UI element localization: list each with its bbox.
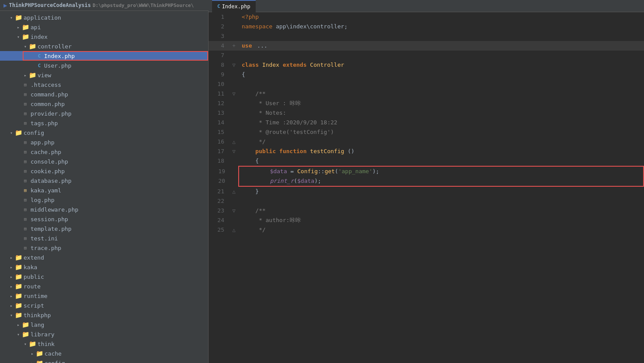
sidebar-item-database-php[interactable]: ⊞ database.php [0, 176, 208, 185]
fold-11[interactable]: ▽ [232, 89, 235, 99]
sidebar-item-runtime[interactable]: 📁 runtime [0, 291, 208, 301]
arrow-htaccess [16, 82, 21, 87]
arrow-think [23, 341, 28, 346]
arrow-view [23, 72, 28, 78]
php-icon-user: C [36, 62, 43, 69]
line-num-24: 24 [209, 216, 230, 225]
sidebar-item-log-php[interactable]: ⊞ log.php [0, 195, 208, 205]
sidebar-item-command[interactable]: ⊞ command.php [0, 89, 208, 99]
code-1: <?php [238, 12, 644, 22]
sidebar-item-htaccess[interactable]: ⊞ .htaccess [0, 80, 208, 89]
sidebar-item-common[interactable]: ⊞ common.php [0, 99, 208, 109]
project-path: D:\phpstudy_pro\WWW\ThinkPHPSource\ [92, 3, 194, 8]
arrow-config-folder [30, 360, 35, 363]
arrow-controller [23, 44, 28, 49]
sidebar-item-view[interactable]: 📁 view [0, 70, 208, 80]
folder-icon-thinkphp: 📁 [15, 312, 22, 318]
sidebar-item-route[interactable]: 📁 route [0, 281, 208, 291]
line-num-13: 13 [209, 108, 230, 118]
folder-icon-controller: 📁 [29, 43, 36, 50]
label-command: command.php [31, 91, 68, 98]
sidebar-item-controller[interactable]: 📁 controller [0, 41, 208, 51]
sidebar-item-thinkphp[interactable]: 📁 thinkphp [0, 310, 208, 320]
php-icon-trace: ⊞ [22, 244, 29, 251]
arrow-application [9, 15, 14, 20]
arrow-console-php [16, 159, 21, 164]
editor-tab-bar: C Index.php [209, 0, 644, 12]
code-line-25: 25 △ */ [209, 225, 644, 235]
sidebar-item-cache-folder[interactable]: 📁 cache [0, 349, 208, 358]
code-line-23: 23 ▽ /** [209, 206, 644, 216]
sidebar-item-kaka[interactable]: 📁 kaka [0, 262, 208, 272]
fold-16[interactable]: △ [232, 137, 235, 147]
folder-icon-cache: 📁 [36, 350, 43, 357]
folder-icon-index: 📁 [22, 33, 29, 40]
code-9: { [238, 70, 644, 79]
active-tab[interactable]: C Index.php [212, 0, 256, 12]
sidebar-item-public[interactable]: 📁 public [0, 272, 208, 281]
sidebar-item-session-php[interactable]: ⊞ session.php [0, 214, 208, 224]
sidebar-item-app-php[interactable]: ⊞ app.php [0, 137, 208, 147]
folder-icon-extend: 📁 [15, 254, 22, 261]
sidebar-item-middleware-php[interactable]: ⊞ middleware.php [0, 205, 208, 214]
sidebar-item-kaka-yaml[interactable]: ⊞ kaka.yaml [0, 185, 208, 195]
label-common: common.php [31, 101, 65, 107]
code-line-21: 21 △ } [209, 187, 644, 196]
line-num-12: 12 [209, 99, 230, 108]
sidebar-item-index[interactable]: 📁 index [0, 32, 208, 41]
sidebar-item-extend[interactable]: 📁 extend [0, 253, 208, 262]
sidebar-item-tags[interactable]: ⊞ tags.php [0, 118, 208, 128]
sidebar-item-cookie-php[interactable]: ⊞ cookie.php [0, 166, 208, 176]
code-2: namespace app\index\controller; [238, 22, 644, 31]
sidebar-item-trace-php[interactable]: ⊞ trace.php [0, 243, 208, 253]
arrow-index-php [30, 53, 35, 58]
code-22 [238, 196, 644, 206]
sidebar-item-library[interactable]: 📁 library [0, 329, 208, 339]
sidebar-item-config[interactable]: 📁 config [0, 128, 208, 137]
arrow-index [16, 34, 21, 39]
arrow-template-php [16, 226, 21, 231]
code-line-13: 13 * Notes: [209, 108, 644, 118]
label-template-php: template.php [31, 226, 72, 232]
sidebar-item-lang[interactable]: 📁 lang [0, 320, 208, 329]
code-line-24: 24 * author:咔咔 [209, 216, 644, 225]
fold-21[interactable]: △ [232, 187, 235, 196]
sidebar-item-cache-php[interactable]: ⊞ cache.php [0, 147, 208, 157]
sidebar-item-provider[interactable]: ⊞ provider.php [0, 109, 208, 118]
fold-23[interactable]: ▽ [232, 206, 235, 216]
fold-17[interactable]: ▽ [232, 147, 235, 156]
sidebar-item-config-folder[interactable]: 📁 config [0, 358, 208, 363]
fold-25[interactable]: △ [232, 225, 235, 235]
code-24: * author:咔咔 [238, 216, 644, 225]
sidebar-item-console-php[interactable]: ⊞ console.php [0, 157, 208, 166]
label-config: config [24, 130, 44, 136]
folder-icon-script: 📁 [15, 302, 22, 309]
sidebar-item-test-ini[interactable]: ⊞ test.ini [0, 233, 208, 243]
sidebar-item-script[interactable]: 📁 script [0, 301, 208, 310]
line-num-9: 9 [209, 70, 230, 79]
arrow-api [16, 24, 21, 30]
sidebar-item-user-php[interactable]: C User.php [0, 61, 208, 70]
label-provider: provider.php [31, 110, 72, 117]
sidebar-item-think[interactable]: 📁 think [0, 339, 208, 349]
sidebar-item-index-php[interactable]: C Index.php [0, 51, 208, 61]
line-num-21: 21 [209, 187, 230, 196]
code-line-10: 10 [209, 79, 644, 89]
sidebar-item-application[interactable]: 📁 application [0, 13, 208, 22]
fold-8[interactable]: ▽ [232, 60, 235, 70]
code-13: * Notes: [238, 108, 644, 118]
line-num-20: 20 [209, 176, 230, 186]
sidebar-item-api[interactable]: 📁 api [0, 22, 208, 32]
label-think: think [38, 341, 55, 347]
line-num-8: 8 [209, 60, 230, 70]
fold-4[interactable]: + [232, 41, 235, 51]
arrow-session-php [16, 216, 21, 222]
gutter-16: △ [230, 137, 238, 147]
sidebar-item-template-php[interactable]: ⊞ template.php [0, 224, 208, 233]
arrow-test-ini [16, 236, 21, 241]
folder-icon-application: 📁 [15, 14, 22, 21]
php-icon-common: ⊞ [22, 100, 29, 107]
php-icon-index: C [36, 52, 43, 59]
main-area: ▶ ThinkPHPSourceCodeAnalysis D:\phpstudy… [0, 0, 644, 363]
arrow-kaka [9, 264, 14, 270]
